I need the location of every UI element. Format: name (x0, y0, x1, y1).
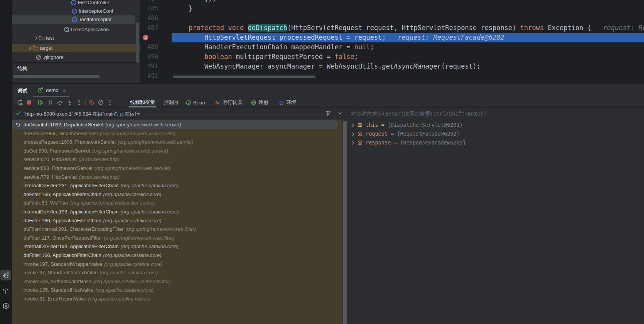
code-line-486[interactable]: 486 (140, 13, 644, 23)
frame-package: (org.apache.catalina.authenticator) (93, 279, 171, 284)
variable-text: this = {DispatcherServlet@6201} (366, 121, 463, 129)
stack-frame-row[interactable]: internalDoFilter:231, ApplicationFilterC… (12, 181, 342, 190)
more-button[interactable] (107, 99, 113, 106)
step-over-button[interactable] (57, 99, 63, 106)
project-vertical-scrollbar[interactable] (136, 22, 139, 63)
close-icon[interactable]: × (62, 87, 66, 93)
stack-frame-row[interactable]: doFilter:53, WsFilter(org.apache.tomcat.… (12, 198, 342, 207)
code-token: HandlerExecutionChain mappedHandler = (173, 43, 354, 51)
code-line-488[interactable]: HttpServletRequest processedRequest = re… (140, 33, 644, 42)
code-token: null (354, 43, 370, 51)
tree-item-target[interactable]: target (12, 44, 140, 52)
code-line-490[interactable]: 490 boolean multipartRequestParsed = fal… (140, 52, 644, 62)
line-number[interactable]: 490 (140, 52, 158, 62)
debug-session-tab[interactable]: demo × (33, 84, 69, 97)
thread-status-row[interactable]: "http-nio-8080-exec-1"@5,924 在组"main": 正… (12, 108, 342, 119)
rerun-button[interactable] (17, 99, 23, 106)
stack-frame-row[interactable]: service:779, HttpServlet(javax.servlet.h… (12, 173, 342, 181)
expand-chevron-icon[interactable] (350, 131, 355, 136)
line-number[interactable]: 486 (140, 13, 158, 23)
tree-item-InterceptorConf[interactable]: CInterceptorConf (12, 7, 135, 15)
frame-package: (org.apache.catalina.valves) (88, 296, 151, 302)
stack-frame-row[interactable]: invoke:97, StandardContextValve(org.apac… (12, 268, 342, 277)
code-line-491[interactable]: 491 WebAsyncManager asyncManager = WebAs… (140, 62, 644, 71)
line-number[interactable]: 489 (140, 42, 158, 52)
code-editor[interactable]: 484 });485 }486487 protected void doDisp… (140, 0, 644, 83)
pause-button[interactable] (47, 99, 54, 106)
tree-item-gitignore[interactable]: .gitignore (12, 53, 135, 62)
frame-package: (javax.servlet.http) (79, 156, 120, 162)
expand-chevron-icon[interactable] (350, 123, 355, 128)
tree-item-FirstController[interactable]: CFirstController (12, 0, 135, 7)
variable-row-response[interactable]: presponse = {ResponseFacade@6203} (347, 138, 644, 147)
stack-frame-row[interactable]: service:883, FrameworkServlet(org.spring… (12, 164, 342, 173)
line-number[interactable]: 491 (140, 62, 158, 71)
stack-frame-row[interactable]: invoke:543, AuthenticatorBase(org.apache… (12, 277, 342, 286)
line-number[interactable]: 487 (140, 23, 158, 33)
stack-frame-row[interactable]: invoke:135, StandardHostValve(org.apache… (12, 285, 342, 294)
view-tab-5[interactable]: {}环境 (279, 97, 296, 107)
stack-frame-row[interactable]: doFilter:166, ApplicationFilterChain(org… (12, 216, 342, 225)
debug-window-title[interactable]: 调试 (17, 87, 27, 94)
stack-frame-row[interactable]: doFilter:166, ApplicationFilterChain(org… (12, 190, 342, 199)
line-number[interactable]: 485 (140, 4, 158, 13)
stack-frame-row[interactable]: doFilterInternal:201, CharacterEncodingF… (12, 225, 342, 233)
services-icon[interactable] (0, 300, 11, 311)
filter-funnel-icon[interactable] (325, 110, 331, 116)
structure-toolwindow-label[interactable]: 结构 (17, 65, 27, 72)
code-line-487[interactable]: 487 protected void doDispatch(HttpServle… (140, 23, 644, 33)
resume-button[interactable] (37, 99, 44, 106)
code-line-484[interactable]: 484 }); (140, 0, 644, 4)
variable-row-request[interactable]: prequest = {RequestFacade@6202} (347, 129, 644, 138)
chevron-down-icon[interactable] (337, 111, 343, 116)
stack-frame-row[interactable]: doFilter:117, OncePerRequestFilter(org.s… (12, 233, 342, 242)
tree-item-DemoApplication[interactable]: CDemoApplication (12, 25, 135, 34)
view-tab-0[interactable]: 线程和变量 (130, 97, 155, 107)
stack-frame-row[interactable]: doFilter:166, ApplicationFilterChain(org… (12, 251, 342, 260)
spring-bean-icon (185, 100, 191, 106)
view-breakpoints-button[interactable] (88, 99, 94, 106)
code-line-485[interactable]: 485 } (140, 4, 644, 13)
view-tab-3[interactable]: 运行状况 (214, 97, 242, 107)
tool-window-stripe (0, 0, 12, 324)
stack-frame-row[interactable]: invoke:197, StandardWrapperValve(org.apa… (12, 260, 342, 269)
view-tab-4[interactable]: 映射 (251, 97, 268, 107)
tree-item-TestInterceptor[interactable]: CTestInterceptor (12, 15, 135, 24)
frame-package: (org.springframework.web.filter) (125, 226, 196, 232)
view-tab-1[interactable]: 控制台 (164, 97, 179, 107)
stack-frame-row[interactable]: doGet:898, FrameworkServlet(org.springfr… (12, 146, 342, 155)
frame-method: invoke:135, StandardHostValve (24, 287, 93, 293)
build-hammer-icon[interactable] (0, 286, 11, 297)
line-number[interactable]: 484 (140, 0, 158, 4)
step-out-button[interactable] (76, 99, 82, 106)
stack-frame-row[interactable]: service:670, HttpServlet(javax.servlet.h… (12, 155, 342, 164)
frame-package: (javax.servlet.http) (79, 174, 120, 180)
expand-chevron-icon[interactable] (350, 140, 355, 145)
stack-frame-row[interactable]: internalDoFilter:193, ApplicationFilterC… (12, 207, 342, 216)
breakpoint-icon[interactable] (142, 34, 149, 41)
frame-package: (org.springframework.web.servlet) (94, 165, 170, 171)
stop-button[interactable] (26, 99, 32, 106)
stack-frame-row[interactable]: invoke:81, ErrorReportValve(org.apache.c… (12, 294, 342, 303)
line-number[interactable]: 492 (140, 71, 158, 81)
tree-item-test[interactable]: test (12, 34, 135, 42)
evaluate-expression-input[interactable]: 对表达式求值(Enter)或添加监视(Ctrl+Shift+Enter) (347, 108, 644, 119)
editor-horizontal-scrollbar[interactable] (173, 76, 315, 78)
debug-icon[interactable] (0, 270, 11, 280)
ignored-icon (35, 54, 42, 60)
project-horizontal-scrollbar[interactable] (13, 75, 99, 78)
stack-frame-row[interactable]: doDispatch:1032, DispatcherServlet(org.s… (12, 120, 338, 129)
mute-breakpoints-button[interactable] (98, 99, 104, 106)
view-tab-2[interactable]: Bean (185, 97, 205, 107)
dodispatch-highlight: doDispatch (248, 24, 287, 32)
stack-frame-row[interactable]: internalDoFilter:193, ApplicationFilterC… (12, 242, 342, 251)
code-line-489[interactable]: 489 HandlerExecutionChain mappedHandler … (140, 42, 644, 52)
view-tab-label: 线程和变量 (130, 99, 155, 106)
variable-row-this[interactable]: this = {DispatcherServlet@6201} (347, 121, 644, 129)
frame-package: (org.springframework.web.servlet) (105, 122, 181, 128)
step-into-button[interactable] (67, 99, 73, 106)
braces-icon: {} (279, 100, 284, 106)
frames-scrollbar[interactable] (343, 121, 347, 324)
stack-frame-row[interactable]: processRequest:1006, FrameworkServlet(or… (12, 138, 342, 146)
stack-frame-row[interactable]: doService:964, DispatcherServlet(org.spr… (12, 129, 342, 138)
